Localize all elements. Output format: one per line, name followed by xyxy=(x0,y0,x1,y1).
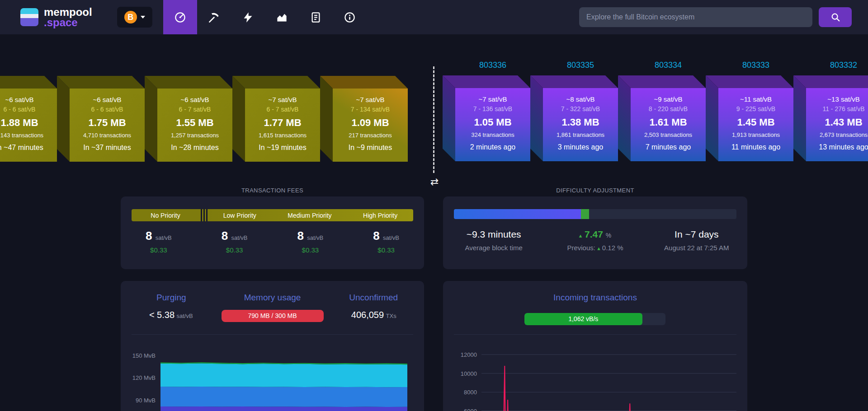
y-axis-tick: 150 MvB xyxy=(121,352,156,359)
block-side-face xyxy=(793,75,806,161)
block-fee-range: 6 - 6 sat/vB xyxy=(70,106,145,113)
info-icon xyxy=(344,11,356,23)
fee-usd: $0.33 xyxy=(121,246,197,254)
block-median-fee: ~13 sat/vB xyxy=(806,95,868,103)
logo[interactable]: mempool .space xyxy=(20,7,92,28)
y-axis-tick: 8000 xyxy=(443,389,477,396)
block-tx-count: 2,503 transactions xyxy=(631,131,706,138)
block-size: 1.05 MB xyxy=(455,117,530,128)
block-height-link[interactable]: 803333 xyxy=(718,61,793,70)
fee-rate: 8 xyxy=(297,229,303,243)
difficulty-change: ▴ 7.47 % Previous: ▴ 0.12 % xyxy=(544,229,646,252)
fee-tier-no-priority: 8 sat/vB $0.33 xyxy=(121,229,197,254)
retarget-date: August 22 at 7:25 AM xyxy=(646,244,747,252)
difficulty-change-unit: % xyxy=(606,232,611,239)
mempool-size-chart xyxy=(160,352,407,411)
nav-dashboard[interactable] xyxy=(163,0,197,34)
block-median-fee: ~11 sat/vB xyxy=(718,95,793,103)
fee-tiers-row: 8 sat/vB $0.33 8 sat/vB $0.33 8 sat/vB $… xyxy=(121,229,424,254)
block-top-face xyxy=(232,76,320,89)
unconfirmed-unit: TXs xyxy=(386,313,396,319)
mempool-block-cube[interactable]: ~6 sat/vB6 - 6 sat/vB1.75 MB4,710 transa… xyxy=(57,76,145,162)
block-tx-count: 1,913 transactions xyxy=(718,131,793,138)
block-top-face xyxy=(618,75,706,88)
mempool-block-cube[interactable]: ~6 sat/vB6 - 6 sat/vB1.88 MB5,143 transa… xyxy=(0,76,57,162)
unconfirmed-value: 406,059 xyxy=(351,310,384,320)
mined-block-cube[interactable]: ~13 sat/vB11 - 276 sat/vB1.43 MB2,673 tr… xyxy=(793,75,868,161)
block-time-ago: 7 minutes ago xyxy=(631,143,706,151)
swap-arrows-icon: ⇄ xyxy=(428,176,441,188)
block-height-link[interactable]: 803334 xyxy=(631,61,706,70)
y-axis-tick: 12000 xyxy=(443,351,477,358)
block-size: 1.77 MB xyxy=(245,117,320,129)
block-median-fee: ~8 sat/vB xyxy=(543,95,618,103)
mined-block-cube[interactable]: ~11 sat/vB9 - 225 sat/vB1.45 MB1,913 tra… xyxy=(706,75,793,161)
mempool-stats-panel: Purging Memory usage Unconfirmed < 5.38 … xyxy=(121,281,424,411)
lightning-bolt-icon xyxy=(242,11,254,23)
block-height-link[interactable]: 803336 xyxy=(455,61,530,70)
block-height-link[interactable]: 803335 xyxy=(543,61,618,70)
nav-about[interactable] xyxy=(333,0,367,34)
network-selector-button[interactable]: B xyxy=(117,7,152,28)
avg-block-time-label: Average block time xyxy=(443,244,544,252)
fee-tier-low: 8 sat/vB $0.33 xyxy=(197,229,273,254)
fee-unit: sat/vB xyxy=(231,234,247,241)
block-side-face xyxy=(443,75,455,161)
search-input[interactable] xyxy=(579,7,812,27)
mempool-block: ~7 sat/vB6 - 7 sat/vB1.77 MB1,615 transa… xyxy=(232,76,320,162)
block-fee-range: 9 - 225 sat/vB xyxy=(718,105,793,112)
area-chart-icon xyxy=(276,11,288,23)
block-median-fee: ~6 sat/vB xyxy=(0,96,57,103)
block-tx-count: 1,861 transactions xyxy=(543,131,618,138)
block-median-fee: ~7 sat/vB xyxy=(245,96,320,103)
nav-graphs[interactable] xyxy=(265,0,299,34)
search-button[interactable] xyxy=(819,7,852,27)
difficulty-change-value: 7.47 xyxy=(585,229,603,239)
block-size: 1.75 MB xyxy=(70,117,145,129)
nav-docs[interactable] xyxy=(299,0,333,34)
block-tx-count: 1,615 transactions xyxy=(245,132,320,139)
block-size: 1.43 MB xyxy=(806,117,868,128)
fee-bar-high-label: High Priority xyxy=(363,212,397,219)
logo-name: mempool xyxy=(44,7,92,17)
block-top-face xyxy=(57,76,145,89)
fee-bar-stripes xyxy=(199,209,208,221)
mempool-block-cube[interactable]: ~6 sat/vB6 - 7 sat/vB1.55 MB1,257 transa… xyxy=(145,76,232,162)
mined-block-cube[interactable]: ~9 sat/vB8 - 220 sat/vB1.61 MB2,503 tran… xyxy=(618,75,706,161)
divider-line xyxy=(454,334,736,335)
mempool-block-cube[interactable]: ~7 sat/vB7 - 134 sat/vB1.09 MB217 transa… xyxy=(320,76,408,162)
nav-lightning[interactable] xyxy=(231,0,265,34)
y-axis-tick: 10000 xyxy=(443,370,477,377)
incoming-rate-bar: 1,062 vB/s xyxy=(524,313,665,325)
block-tx-count: 5,143 transactions xyxy=(0,132,57,139)
block-median-fee: ~7 sat/vB xyxy=(333,96,408,103)
gauge-icon xyxy=(174,11,186,23)
incoming-transactions-title: Incoming transactions xyxy=(443,293,747,303)
block-eta: In ~37 minutes xyxy=(70,144,145,152)
block-height-link[interactable]: 803332 xyxy=(806,61,868,70)
block-median-fee: ~6 sat/vB xyxy=(157,96,232,103)
mempool-logo-icon xyxy=(20,8,38,26)
difficulty-progress-elapsed xyxy=(454,209,581,219)
block-fee-range: 11 - 276 sat/vB xyxy=(806,105,868,112)
logo-tld: .space xyxy=(44,17,92,28)
difficulty-title: DIFFICULTY ADJUSTMENT xyxy=(443,187,747,194)
previous-value: 0.12 % xyxy=(602,244,623,252)
block-size: 1.38 MB xyxy=(543,117,618,128)
mined-block-cube[interactable]: ~8 sat/vB7 - 322 sat/vB1.38 MB1,861 tran… xyxy=(530,75,618,161)
mempool-block: ~7 sat/vB7 - 134 sat/vB1.09 MB217 transa… xyxy=(320,76,408,162)
mempool-block-cube[interactable]: ~7 sat/vB6 - 7 sat/vB1.77 MB1,615 transa… xyxy=(232,76,320,162)
block-top-face xyxy=(530,75,618,88)
block-side-face xyxy=(320,76,333,162)
fee-unit: sat/vB xyxy=(307,234,323,241)
nav-tiles xyxy=(163,0,367,34)
fee-bar-gradient: Low Priority Medium Priority High Priori… xyxy=(208,209,413,221)
block-median-fee: ~7 sat/vB xyxy=(455,95,530,103)
block-fee-range: 6 - 7 sat/vB xyxy=(245,106,320,113)
block-fee-range: 6 - 6 sat/vB xyxy=(0,106,57,113)
block-tx-count: 2,673 transactions xyxy=(806,131,868,138)
memory-usage-title: Memory usage xyxy=(222,293,323,303)
block-size: 1.61 MB xyxy=(631,117,706,128)
nav-mining[interactable] xyxy=(197,0,231,34)
mined-block-cube[interactable]: ~7 sat/vB7 - 136 sat/vB1.05 MB324 transa… xyxy=(443,75,530,161)
